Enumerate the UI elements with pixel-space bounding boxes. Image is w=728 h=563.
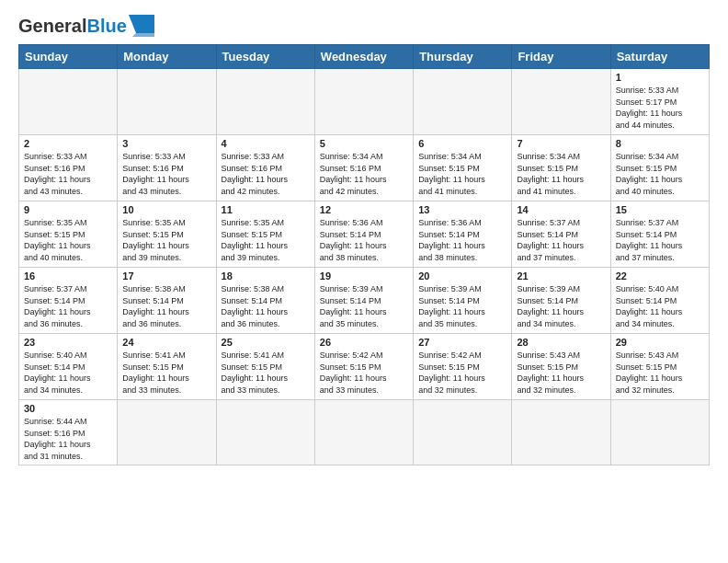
day-info: Sunrise: 5:34 AM Sunset: 5:15 PM Dayligh…	[517, 151, 605, 197]
calendar-cell: 16Sunrise: 5:37 AM Sunset: 5:14 PM Dayli…	[19, 268, 118, 334]
calendar-cell	[216, 69, 314, 135]
svg-marker-1	[132, 33, 154, 37]
svg-marker-0	[129, 15, 154, 33]
calendar-cell	[414, 69, 512, 135]
calendar-cell: 23Sunrise: 5:40 AM Sunset: 5:14 PM Dayli…	[19, 334, 118, 400]
day-info: Sunrise: 5:39 AM Sunset: 5:14 PM Dayligh…	[320, 283, 408, 329]
day-info: Sunrise: 5:41 AM Sunset: 5:15 PM Dayligh…	[122, 350, 210, 396]
weekday-header-monday: Monday	[118, 45, 216, 69]
day-number: 30	[24, 403, 112, 414]
day-info: Sunrise: 5:33 AM Sunset: 5:16 PM Dayligh…	[122, 151, 210, 197]
calendar-cell: 5Sunrise: 5:34 AM Sunset: 5:16 PM Daylig…	[314, 135, 413, 201]
day-number: 11	[222, 204, 310, 215]
day-number: 5	[320, 138, 408, 149]
calendar-cell: 6Sunrise: 5:34 AM Sunset: 5:15 PM Daylig…	[414, 135, 512, 201]
day-info: Sunrise: 5:38 AM Sunset: 5:14 PM Dayligh…	[122, 283, 210, 329]
calendar-cell: 14Sunrise: 5:37 AM Sunset: 5:14 PM Dayli…	[512, 201, 610, 268]
calendar-cell: 12Sunrise: 5:36 AM Sunset: 5:14 PM Dayli…	[314, 201, 413, 268]
calendar-cell: 1Sunrise: 5:33 AM Sunset: 5:17 PM Daylig…	[610, 69, 709, 135]
day-info: Sunrise: 5:43 AM Sunset: 5:15 PM Dayligh…	[616, 350, 704, 396]
day-info: Sunrise: 5:34 AM Sunset: 5:15 PM Dayligh…	[418, 151, 506, 197]
weekday-header-thursday: Thursday	[414, 45, 512, 69]
logo: General Blue	[18, 15, 156, 37]
day-number: 22	[616, 270, 704, 282]
day-info: Sunrise: 5:34 AM Sunset: 5:15 PM Dayligh…	[616, 151, 704, 197]
calendar-cell: 28Sunrise: 5:43 AM Sunset: 5:15 PM Dayli…	[512, 334, 610, 400]
day-number: 9	[24, 204, 112, 215]
calendar-week-3: 9Sunrise: 5:35 AM Sunset: 5:15 PM Daylig…	[19, 201, 710, 268]
calendar-cell	[118, 69, 216, 135]
day-info: Sunrise: 5:41 AM Sunset: 5:15 PM Dayligh…	[222, 350, 310, 396]
day-number: 14	[517, 204, 605, 215]
calendar-cell: 20Sunrise: 5:39 AM Sunset: 5:14 PM Dayli…	[414, 268, 512, 334]
day-info: Sunrise: 5:34 AM Sunset: 5:16 PM Dayligh…	[320, 151, 408, 197]
day-number: 24	[122, 337, 210, 348]
day-info: Sunrise: 5:42 AM Sunset: 5:15 PM Dayligh…	[320, 350, 408, 396]
weekday-header-friday: Friday	[512, 45, 610, 69]
calendar-table: SundayMondayTuesdayWednesdayThursdayFrid…	[18, 44, 710, 465]
day-number: 27	[418, 337, 506, 348]
weekday-header-row: SundayMondayTuesdayWednesdayThursdayFrid…	[19, 45, 710, 69]
day-number: 6	[418, 138, 506, 149]
page: General Blue SundayMondayTuesdayWednesda…	[0, 0, 728, 475]
day-info: Sunrise: 5:36 AM Sunset: 5:14 PM Dayligh…	[320, 217, 408, 263]
day-number: 10	[122, 204, 210, 215]
day-info: Sunrise: 5:39 AM Sunset: 5:14 PM Dayligh…	[418, 283, 506, 329]
calendar-cell: 4Sunrise: 5:33 AM Sunset: 5:16 PM Daylig…	[216, 135, 314, 201]
calendar-cell: 22Sunrise: 5:40 AM Sunset: 5:14 PM Dayli…	[610, 268, 709, 334]
day-number: 16	[24, 270, 112, 282]
calendar-cell: 18Sunrise: 5:38 AM Sunset: 5:14 PM Dayli…	[216, 268, 314, 334]
day-info: Sunrise: 5:40 AM Sunset: 5:14 PM Dayligh…	[616, 283, 704, 329]
calendar-cell	[118, 400, 216, 465]
calendar-cell: 11Sunrise: 5:35 AM Sunset: 5:15 PM Dayli…	[216, 201, 314, 268]
day-info: Sunrise: 5:38 AM Sunset: 5:14 PM Dayligh…	[222, 283, 310, 329]
day-info: Sunrise: 5:37 AM Sunset: 5:14 PM Dayligh…	[24, 283, 112, 329]
day-info: Sunrise: 5:33 AM Sunset: 5:16 PM Dayligh…	[24, 151, 112, 197]
day-info: Sunrise: 5:35 AM Sunset: 5:15 PM Dayligh…	[122, 217, 210, 263]
calendar-week-1: 1Sunrise: 5:33 AM Sunset: 5:17 PM Daylig…	[19, 69, 710, 135]
calendar-cell	[512, 400, 610, 465]
calendar-cell: 25Sunrise: 5:41 AM Sunset: 5:15 PM Dayli…	[216, 334, 314, 400]
calendar-cell	[610, 400, 709, 465]
logo-icon	[129, 15, 156, 37]
calendar-cell: 27Sunrise: 5:42 AM Sunset: 5:15 PM Dayli…	[414, 334, 512, 400]
calendar-cell: 10Sunrise: 5:35 AM Sunset: 5:15 PM Dayli…	[118, 201, 216, 268]
calendar-cell	[314, 400, 413, 465]
calendar-week-6: 30Sunrise: 5:44 AM Sunset: 5:16 PM Dayli…	[19, 400, 710, 465]
day-info: Sunrise: 5:42 AM Sunset: 5:15 PM Dayligh…	[418, 350, 506, 396]
calendar-cell: 2Sunrise: 5:33 AM Sunset: 5:16 PM Daylig…	[19, 135, 118, 201]
day-number: 29	[616, 337, 704, 348]
calendar-cell	[216, 400, 314, 465]
day-info: Sunrise: 5:39 AM Sunset: 5:14 PM Dayligh…	[517, 283, 605, 329]
calendar-cell: 29Sunrise: 5:43 AM Sunset: 5:15 PM Dayli…	[610, 334, 709, 400]
logo-blue-text: Blue	[86, 16, 126, 37]
weekday-header-tuesday: Tuesday	[216, 45, 314, 69]
weekday-header-wednesday: Wednesday	[314, 45, 413, 69]
weekday-header-sunday: Sunday	[19, 45, 118, 69]
calendar-cell: 8Sunrise: 5:34 AM Sunset: 5:15 PM Daylig…	[610, 135, 709, 201]
day-info: Sunrise: 5:37 AM Sunset: 5:14 PM Dayligh…	[517, 217, 605, 263]
weekday-header-saturday: Saturday	[610, 45, 709, 69]
day-number: 18	[222, 270, 310, 282]
calendar-cell: 9Sunrise: 5:35 AM Sunset: 5:15 PM Daylig…	[19, 201, 118, 268]
day-info: Sunrise: 5:37 AM Sunset: 5:14 PM Dayligh…	[616, 217, 704, 263]
calendar-week-2: 2Sunrise: 5:33 AM Sunset: 5:16 PM Daylig…	[19, 135, 710, 201]
header: General Blue	[18, 15, 710, 37]
day-info: Sunrise: 5:33 AM Sunset: 5:17 PM Dayligh…	[616, 85, 704, 131]
calendar-cell: 7Sunrise: 5:34 AM Sunset: 5:15 PM Daylig…	[512, 135, 610, 201]
day-info: Sunrise: 5:36 AM Sunset: 5:14 PM Dayligh…	[418, 217, 506, 263]
calendar-week-5: 23Sunrise: 5:40 AM Sunset: 5:14 PM Dayli…	[19, 334, 710, 400]
day-number: 12	[320, 204, 408, 215]
calendar-cell	[314, 69, 413, 135]
calendar-cell: 30Sunrise: 5:44 AM Sunset: 5:16 PM Dayli…	[19, 400, 118, 465]
day-info: Sunrise: 5:44 AM Sunset: 5:16 PM Dayligh…	[24, 416, 112, 462]
day-info: Sunrise: 5:40 AM Sunset: 5:14 PM Dayligh…	[24, 350, 112, 396]
day-number: 23	[24, 337, 112, 348]
day-info: Sunrise: 5:43 AM Sunset: 5:15 PM Dayligh…	[517, 350, 605, 396]
day-number: 20	[418, 270, 506, 282]
calendar-cell: 17Sunrise: 5:38 AM Sunset: 5:14 PM Dayli…	[118, 268, 216, 334]
day-number: 13	[418, 204, 506, 215]
day-info: Sunrise: 5:35 AM Sunset: 5:15 PM Dayligh…	[24, 217, 112, 263]
day-number: 2	[24, 138, 112, 149]
calendar-cell: 24Sunrise: 5:41 AM Sunset: 5:15 PM Dayli…	[118, 334, 216, 400]
